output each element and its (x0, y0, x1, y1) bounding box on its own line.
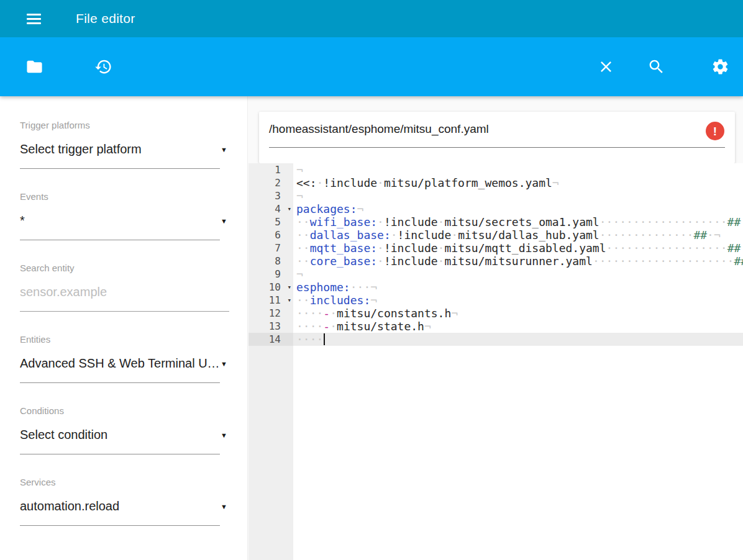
line-number: 6 (248, 228, 293, 242)
editor-gutter: 1234▾5678910▾11▾121314 (248, 163, 293, 560)
field-label: Services (20, 476, 230, 489)
field-label: Conditions (20, 405, 230, 417)
field-underline (20, 240, 220, 240)
editor-line[interactable]: esphome:···¬ (293, 281, 743, 294)
line-number: 2 (248, 176, 293, 189)
editor-line[interactable]: ··includes:¬ (293, 294, 743, 307)
select-value: automation.reload (20, 495, 220, 517)
field-label: Trigger platforms (20, 119, 230, 132)
text-cursor (324, 333, 325, 345)
editor-line[interactable]: ··dallas_base:·!include·mitsu/dallas_hub… (293, 228, 743, 242)
fold-arrow-icon[interactable]: ▾ (287, 281, 291, 294)
chevron-down-icon[interactable]: ▼ (221, 210, 227, 232)
close-icon (597, 58, 615, 76)
page-title: File editor (76, 0, 135, 37)
editor-line[interactable]: ··core_base:·!include·mitsu/mitsurunner.… (293, 255, 743, 268)
search-icon (647, 58, 665, 76)
menu-icon[interactable] (27, 14, 41, 24)
conditions-select[interactable]: Select condition ▼ (20, 423, 227, 446)
line-number: 5 (248, 215, 293, 228)
code-editor[interactable]: 1234▾5678910▾11▾121314 ¬<<:·!include·mit… (248, 163, 743, 560)
editor-line[interactable]: ··mqtt_base:·!include·mitsu/mqtt_disable… (293, 242, 743, 255)
line-number: 13 (248, 320, 293, 333)
services-select[interactable]: automation.reload ▼ (20, 495, 227, 517)
field-search-entity: Search entity sensor.example (20, 262, 230, 333)
select-value: Select trigger platform (20, 138, 220, 160)
line-number: 9 (248, 268, 293, 281)
search-entity-input[interactable]: sensor.example (20, 281, 227, 303)
line-number: 7 (248, 242, 293, 255)
editor-line[interactable]: ··wifi_base:·!include·mitsu/secrets_oma1… (293, 215, 743, 228)
field-underline (20, 311, 229, 312)
search-button[interactable] (647, 58, 665, 76)
settings-button[interactable] (711, 58, 729, 76)
chevron-down-icon[interactable]: ▼ (221, 495, 227, 518)
field-underline (20, 382, 220, 383)
editor-line[interactable]: ····-·mitsu/state.h¬ (293, 320, 743, 333)
events-select[interactable]: * ▼ (20, 209, 227, 232)
line-number: 1 (248, 163, 293, 176)
editor-line[interactable]: packages:¬ (293, 202, 743, 215)
chevron-down-icon[interactable]: ▼ (221, 138, 227, 161)
editor-line[interactable]: ····-·mitsu/constants.h¬ (293, 307, 743, 320)
editor-code-area[interactable]: ¬<<:·!include·mitsu/platform_wemos.yaml¬… (293, 163, 743, 560)
line-number: 3 (248, 189, 293, 202)
file-editor-app: File editor Trigger platforms Select tri… (0, 0, 743, 560)
field-entities: Entities Advanced SSH & Web Terminal U… … (20, 333, 230, 405)
history-icon (94, 58, 112, 76)
trigger-platform-select[interactable]: Select trigger platform ▼ (20, 138, 227, 160)
line-number: 10▾ (248, 281, 293, 294)
app-header: File editor (0, 0, 743, 37)
folder-browser-button[interactable] (25, 58, 43, 76)
field-label: Search entity (20, 262, 230, 274)
line-number: 14 (248, 333, 293, 346)
editor-line[interactable]: <<:·!include·mitsu/platform_wemos.yaml¬ (293, 176, 743, 189)
entities-select[interactable]: Advanced SSH & Web Terminal U… ▼ (20, 352, 227, 374)
chevron-down-icon[interactable]: ▼ (221, 353, 227, 375)
history-button[interactable] (94, 58, 112, 76)
field-label: Events (20, 191, 230, 203)
line-number: 12 (248, 307, 293, 320)
editor-line[interactable]: ¬ (293, 189, 743, 202)
field-label: Entities (20, 333, 230, 346)
field-underline (20, 168, 220, 169)
field-underline (20, 525, 220, 526)
line-number: 4▾ (248, 202, 293, 215)
file-path-underline (269, 147, 725, 148)
sidebar: Trigger platforms Select trigger platfor… (0, 96, 248, 560)
select-value: Advanced SSH & Web Terminal U… (20, 352, 220, 374)
error-icon: ! (706, 122, 724, 140)
chevron-down-icon[interactable]: ▼ (221, 424, 227, 446)
fold-arrow-icon[interactable]: ▾ (287, 202, 291, 215)
input-placeholder: sensor.example (20, 281, 220, 303)
field-services: Services automation.reload ▼ (20, 476, 230, 548)
field-underline (20, 454, 220, 454)
editor-toolbar (0, 37, 743, 96)
editor-line[interactable]: ···· (293, 333, 743, 346)
line-number: 11▾ (248, 294, 293, 307)
file-card: /homeassistant/esphome/mitsu_conf.yaml ! (259, 112, 735, 163)
field-trigger-platforms: Trigger platforms Select trigger platfor… (20, 119, 230, 191)
folder-icon (25, 58, 43, 76)
gear-icon (711, 58, 729, 76)
select-value: * (20, 209, 220, 232)
fold-arrow-icon[interactable]: ▾ (287, 294, 291, 307)
editor-line[interactable]: ¬ (293, 268, 743, 281)
editor-line[interactable]: ¬ (293, 163, 743, 176)
file-path-input[interactable]: /homeassistant/esphome/mitsu_conf.yaml (269, 122, 489, 136)
close-file-button[interactable] (597, 58, 615, 76)
line-number: 8 (248, 255, 293, 268)
field-events: Events * ▼ (20, 191, 230, 262)
select-value: Select condition (20, 423, 220, 446)
field-conditions: Conditions Select condition ▼ (20, 405, 230, 476)
